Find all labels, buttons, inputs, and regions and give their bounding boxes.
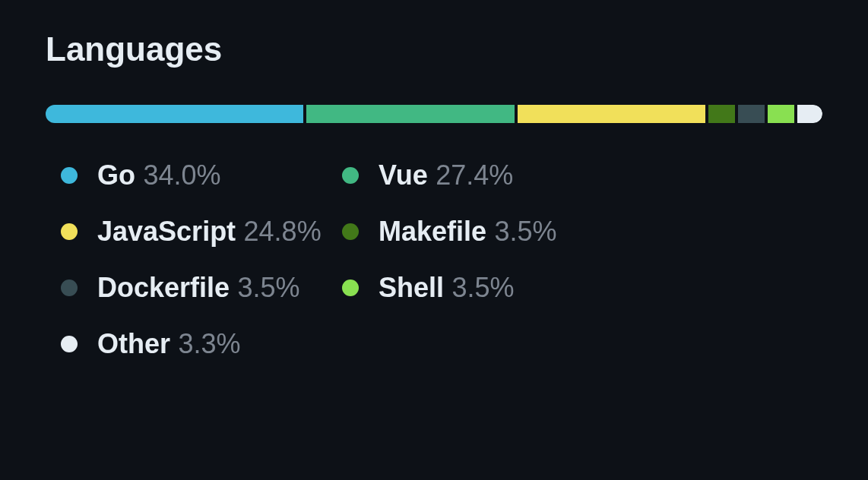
language-dot-icon — [342, 167, 359, 184]
legend-item-dockerfile[interactable]: Dockerfile 3.5% — [61, 272, 342, 304]
bar-segment-javascript[interactable] — [518, 105, 706, 123]
bar-segment-other[interactable] — [797, 105, 822, 123]
legend-percentage: 24.8% — [244, 216, 322, 247]
legend-label: Dockerfile — [97, 272, 230, 303]
legend-label: JavaScript — [97, 216, 236, 247]
language-dot-icon — [61, 279, 78, 296]
legend-percentage: 27.4% — [436, 159, 513, 191]
legend-item-vue[interactable]: Vue 27.4% — [342, 159, 623, 191]
legend-item-other[interactable]: Other 3.3% — [61, 328, 342, 360]
legend-label: Makefile — [379, 216, 486, 247]
bar-segment-dockerfile[interactable] — [738, 105, 765, 123]
languages-heading: Languages — [46, 30, 822, 68]
legend-item-go[interactable]: Go 34.0% — [61, 159, 342, 191]
language-dot-icon — [61, 167, 78, 184]
legend-item-javascript[interactable]: JavaScript 24.8% — [61, 216, 342, 248]
legend-item-shell[interactable]: Shell 3.5% — [342, 272, 623, 304]
legend-label: Shell — [379, 272, 444, 303]
language-dot-icon — [61, 223, 78, 240]
language-bar — [46, 105, 822, 123]
bar-segment-go[interactable] — [46, 105, 303, 123]
legend-label: Go — [97, 159, 135, 191]
legend-percentage: 34.0% — [143, 159, 220, 191]
legend-percentage: 3.5% — [451, 272, 514, 303]
language-dot-icon — [342, 279, 359, 296]
bar-segment-makefile[interactable] — [708, 105, 735, 123]
bar-segment-vue[interactable] — [306, 105, 514, 123]
legend-label: Vue — [379, 159, 428, 191]
legend-percentage: 3.5% — [495, 216, 557, 247]
bar-segment-shell[interactable] — [768, 105, 794, 123]
language-legend: Go 34.0%Vue 27.4%JavaScript 24.8%Makefil… — [46, 159, 822, 360]
language-dot-icon — [342, 223, 359, 240]
legend-percentage: 3.5% — [238, 272, 300, 303]
legend-label: Other — [97, 328, 170, 359]
language-dot-icon — [61, 336, 78, 352]
legend-item-makefile[interactable]: Makefile 3.5% — [342, 216, 623, 248]
legend-percentage: 3.3% — [178, 328, 240, 359]
